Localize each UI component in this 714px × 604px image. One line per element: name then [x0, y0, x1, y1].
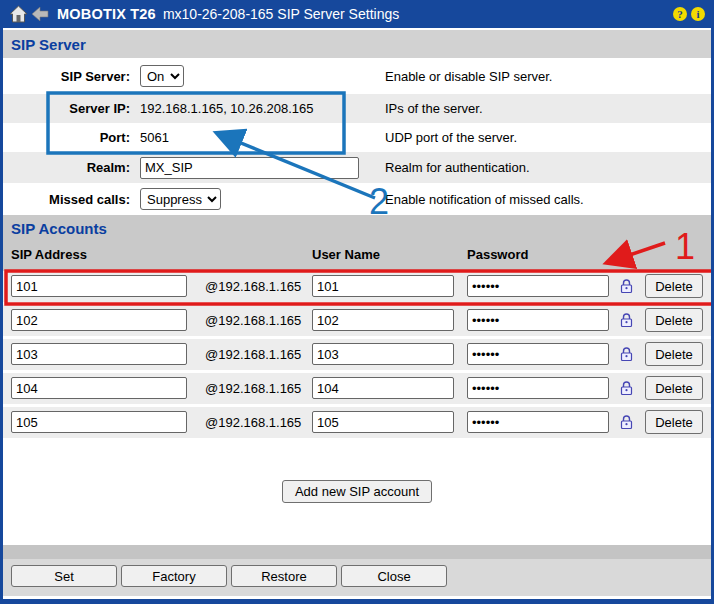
brand-title: MOBOTIX T26 [57, 6, 156, 22]
factory-button[interactable]: Factory [121, 565, 227, 587]
sip-server-label: SIP Server: [3, 69, 130, 84]
lock-icon [620, 415, 633, 434]
delete-button[interactable]: Delete [645, 410, 703, 434]
missed-calls-label: Missed calls: [3, 192, 130, 207]
delete-button[interactable]: Delete [645, 308, 703, 332]
sip-domain-text: @192.168.1.165 [205, 313, 301, 328]
sip-server-settings-page: MOBOTIX T26 mx10-26-208-165 SIP Server S… [0, 0, 714, 604]
sip-domain-text: @192.168.1.165 [205, 279, 301, 294]
sip-address-input[interactable] [11, 275, 187, 297]
password-input[interactable] [467, 411, 609, 433]
password-input[interactable] [467, 377, 609, 399]
title-bar: MOBOTIX T26 mx10-26-208-165 SIP Server S… [3, 0, 711, 28]
server-ip-label: Server IP: [3, 101, 130, 116]
footer-button-bar: Set Factory Restore Close [3, 559, 711, 596]
sip-accounts-section-header: SIP Accounts SIP Address User Name Passw… [3, 215, 711, 271]
sip-server-row: SIP Server: On Enable or disable SIP ser… [3, 58, 711, 94]
user-name-input[interactable] [312, 343, 454, 365]
sip-address-input[interactable] [11, 377, 187, 399]
realm-input[interactable] [140, 157, 359, 179]
user-name-input[interactable] [312, 377, 454, 399]
add-sip-account-button[interactable]: Add new SIP account [282, 480, 432, 503]
page-title: mx10-26-208-165 SIP Server Settings [163, 6, 399, 22]
port-label: Port: [3, 130, 130, 145]
missed-calls-desc: Enable notification of missed calls. [385, 192, 584, 207]
help-icon[interactable]: ? [673, 7, 687, 21]
account-row-101: @192.168.1.165 Delete [3, 271, 711, 302]
missed-calls-select[interactable]: Suppress [140, 188, 221, 210]
sip-server-select[interactable]: On [140, 65, 184, 87]
column-header-password: Password [467, 247, 528, 262]
account-row-104: @192.168.1.165 Delete [3, 373, 711, 404]
delete-button[interactable]: Delete [645, 274, 703, 298]
restore-button[interactable]: Restore [231, 565, 337, 587]
port-value: 5061 [140, 130, 169, 145]
close-button[interactable]: Close [341, 565, 447, 587]
missed-calls-row: Missed calls: Suppress Enable notificati… [3, 183, 711, 215]
password-input[interactable] [467, 309, 609, 331]
password-input[interactable] [467, 275, 609, 297]
account-row-102: @192.168.1.165 Delete [3, 305, 711, 336]
user-name-input[interactable] [312, 309, 454, 331]
password-input[interactable] [467, 343, 609, 365]
delete-button[interactable]: Delete [645, 342, 703, 366]
home-icon[interactable] [9, 5, 28, 23]
account-row-105: @192.168.1.165 Delete [3, 407, 711, 438]
sip-domain-text: @192.168.1.165 [205, 381, 301, 396]
sip-server-section-header: SIP Server [3, 30, 711, 58]
server-ip-desc: IPs of the server. [385, 101, 483, 116]
column-header-user-name: User Name [312, 247, 380, 262]
server-ip-value: 192.168.1.165, 10.26.208.165 [140, 101, 314, 116]
info-icon[interactable]: i [691, 7, 705, 21]
realm-desc: Realm for authentication. [385, 160, 530, 175]
delete-button[interactable]: Delete [645, 376, 703, 400]
lock-icon [620, 279, 633, 298]
sip-address-input[interactable] [11, 411, 187, 433]
account-row-103: @192.168.1.165 Delete [3, 339, 711, 370]
user-name-input[interactable] [312, 411, 454, 433]
footer-divider-strip [3, 545, 711, 559]
sip-accounts-title: SIP Accounts [11, 220, 107, 237]
realm-label: Realm: [3, 160, 130, 175]
column-header-sip-address: SIP Address [11, 247, 87, 262]
sip-domain-text: @192.168.1.165 [205, 347, 301, 362]
lock-icon [620, 381, 633, 400]
sip-server-desc: Enable or disable SIP server. [385, 69, 552, 84]
realm-row: Realm: Realm for authentication. [3, 152, 711, 183]
sip-domain-text: @192.168.1.165 [205, 415, 301, 430]
user-name-input[interactable] [312, 275, 454, 297]
back-arrow-icon[interactable] [32, 7, 49, 21]
lock-icon [620, 347, 633, 366]
set-button[interactable]: Set [11, 565, 117, 587]
server-ip-row: Server IP: 192.168.1.165, 10.26.208.165 … [3, 94, 711, 123]
port-desc: UDP port of the server. [385, 130, 517, 145]
sip-address-input[interactable] [11, 309, 187, 331]
sip-address-input[interactable] [11, 343, 187, 365]
port-row: Port: 5061 UDP port of the server. [3, 123, 711, 152]
lock-icon [620, 313, 633, 332]
